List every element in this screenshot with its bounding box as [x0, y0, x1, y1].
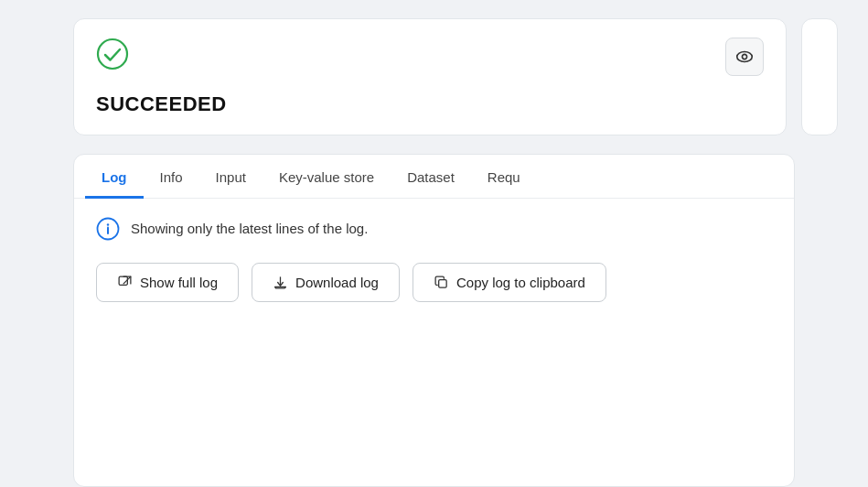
tabs-bar: Log Info Input Key-value store Dataset R…	[74, 155, 794, 199]
tabs-panel: Log Info Input Key-value store Dataset R…	[73, 154, 795, 487]
info-banner: Showing only the latest lines of the log…	[96, 217, 772, 241]
svg-rect-9	[439, 279, 447, 287]
status-card: SUCCEEDED	[73, 18, 787, 135]
svg-point-2	[742, 54, 746, 59]
eye-button[interactable]	[725, 38, 764, 76]
actions-row: Show full log Download log Copy log to c…	[96, 263, 772, 302]
show-full-log-button[interactable]: Show full log	[96, 263, 239, 302]
show-full-log-label: Show full log	[140, 275, 218, 290]
eye-icon	[734, 47, 755, 67]
info-circle-icon	[96, 217, 120, 241]
copy-log-button[interactable]: Copy log to clipboard	[413, 263, 606, 302]
status-label: SUCCEEDED	[96, 92, 764, 116]
tab-dataset[interactable]: Dataset	[391, 155, 471, 199]
svg-point-0	[98, 39, 127, 69]
tab-requ[interactable]: Requ	[471, 155, 537, 199]
tab-key-value-store[interactable]: Key-value store	[263, 155, 391, 199]
copy-icon	[434, 275, 449, 290]
tab-info[interactable]: Info	[144, 155, 199, 199]
copy-log-label: Copy log to clipboard	[456, 275, 585, 290]
download-icon	[273, 275, 288, 290]
partial-card	[801, 18, 838, 135]
info-message: Showing only the latest lines of the log…	[131, 221, 368, 236]
tab-input[interactable]: Input	[199, 155, 263, 199]
svg-point-1	[737, 52, 753, 62]
success-check-icon	[96, 38, 129, 70]
external-link-icon	[117, 275, 133, 290]
download-log-button[interactable]: Download log	[252, 263, 400, 302]
tab-log[interactable]: Log	[85, 155, 144, 199]
tab-content-log: Showing only the latest lines of the log…	[74, 199, 794, 324]
download-log-label: Download log	[295, 275, 379, 290]
svg-point-5	[107, 223, 109, 225]
